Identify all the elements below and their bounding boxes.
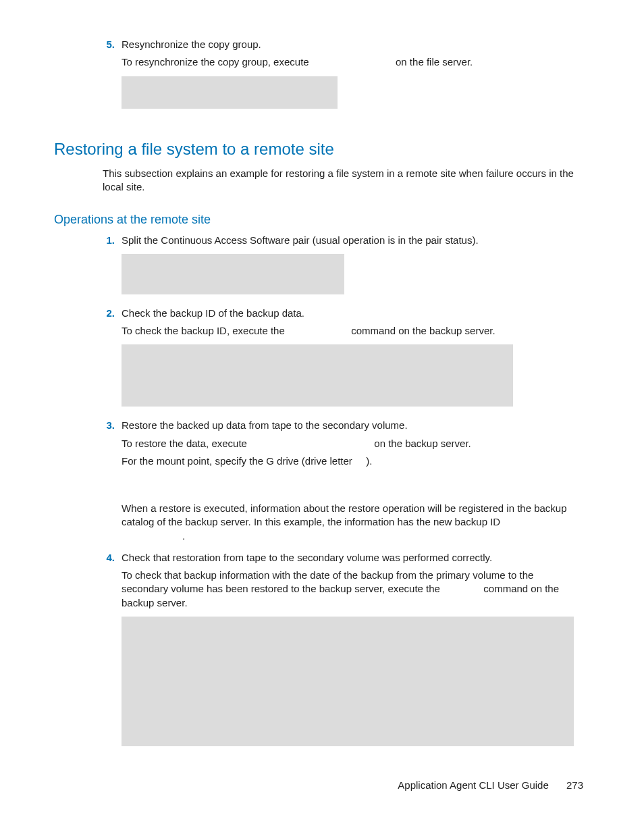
step-number: 4. bbox=[103, 551, 122, 756]
spacer bbox=[122, 468, 590, 498]
step-1: 1. Split the Continuous Access Software … bbox=[103, 234, 590, 304]
step-3: 3. Restore the backed up data from tape … bbox=[103, 419, 590, 543]
step-2: 2. Check the backup ID of the backup dat… bbox=[103, 307, 590, 417]
step-title: Split the Continuous Access Software pai… bbox=[122, 234, 581, 247]
step-detail: To resynchronize the copy group, execute… bbox=[122, 55, 581, 69]
continued-list: 5. Resynchronize the copy group. To resy… bbox=[103, 38, 590, 118]
page-number: 273 bbox=[566, 779, 583, 791]
code-block bbox=[122, 76, 338, 109]
remote-steps-list: 1. Split the Continuous Access Software … bbox=[103, 234, 590, 756]
step-detail: To check the backup ID, execute the comm… bbox=[122, 324, 581, 338]
step-number: 3. bbox=[103, 419, 122, 543]
code-block-large bbox=[122, 617, 574, 746]
step-title: Check the backup ID of the backup data. bbox=[122, 307, 581, 320]
section-heading-restoring: Restoring a file system to a remote site bbox=[54, 138, 590, 160]
step-post-note: When a restore is executed, information … bbox=[122, 502, 581, 543]
section-intro: This subsection explains an example for … bbox=[103, 167, 590, 194]
subsection-heading-operations: Operations at the remote site bbox=[54, 211, 590, 228]
step-title: Check that restoration from tape to the … bbox=[122, 551, 581, 565]
footer-title: Application Agent CLI User Guide bbox=[398, 779, 548, 791]
page-footer: Application Agent CLI User Guide 273 bbox=[398, 779, 583, 792]
step-number: 2. bbox=[103, 307, 122, 417]
code-block bbox=[122, 344, 513, 407]
step-detail: To check that backup information with th… bbox=[122, 569, 581, 610]
step-4: 4. Check that restoration from tape to t… bbox=[103, 551, 590, 756]
code-block bbox=[122, 254, 344, 294]
step-number: 5. bbox=[103, 38, 122, 118]
step-detail: To restore the data, execute on the back… bbox=[122, 437, 581, 450]
step-5: 5. Resynchronize the copy group. To resy… bbox=[103, 38, 590, 118]
step-title: Resynchronize the copy group. bbox=[122, 38, 581, 51]
step-detail-2: For the mount point, specify the G drive… bbox=[122, 454, 581, 468]
step-title: Restore the backed up data from tape to … bbox=[122, 419, 581, 432]
step-number: 1. bbox=[103, 234, 122, 304]
